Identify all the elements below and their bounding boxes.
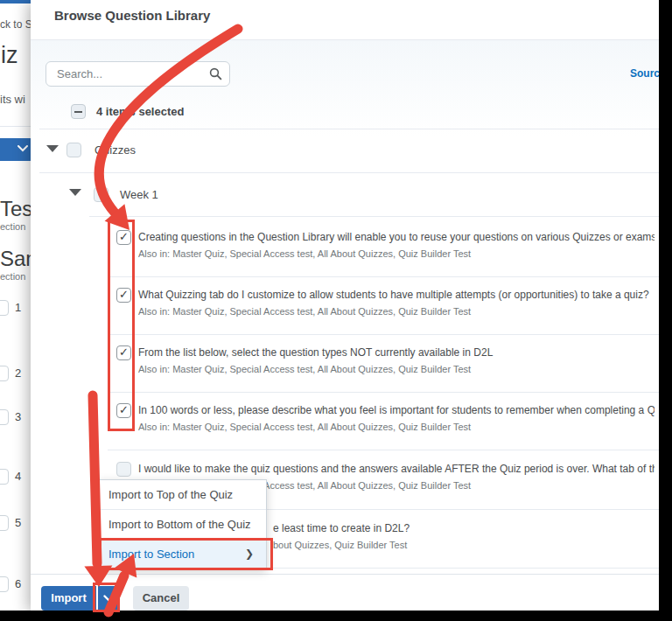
background-tab-highlight [0,0,33,3]
collapse-arrow-icon[interactable] [69,189,81,196]
question-text: Creating questions in the Question Libra… [138,231,654,243]
question-also-in-fragment: bout Quizzes, Quiz Builder Test [273,540,649,550]
question-text: In 100 words or less, please describe wh… [138,404,654,416]
divider [108,450,659,450]
question-number: 3 [15,410,21,423]
question-number: 2 [15,366,21,380]
cancel-button[interactable]: Cancel [133,586,189,611]
tree-group-label[interactable]: Week 1 [120,188,158,201]
question-number: 1 [15,301,21,314]
question-also-in: Also in: Master Quiz, Special Access tes… [138,364,654,374]
week1-checkbox[interactable] [94,187,108,202]
divider [108,334,659,335]
background-question-checkbox[interactable] [0,366,9,381]
search-box [46,61,230,87]
question-checkbox[interactable] [116,462,131,477]
search-icon[interactable] [209,67,222,84]
page-heading-fragment: iz [1,42,18,69]
collapse-arrow-icon[interactable] [46,145,59,152]
menu-item-import-top[interactable]: Import to Top of the Quiz [100,480,266,510]
dialog-title: Browse Question Library [54,8,210,23]
question-text-fragment: e least time to create in D2L? [273,522,649,534]
divider [39,172,659,173]
section-subheading-fragment: ection [0,221,25,232]
background-question-checkbox[interactable] [0,300,9,316]
back-link-fragment[interactable]: ck to S [0,18,32,31]
tree-root-label[interactable]: Quizzes [94,143,136,157]
search-input[interactable] [55,63,199,85]
screenshot-root: { "colors": { "annotation_red": "#e8463a… [0,0,672,621]
question-also-in: Also in: Master Quiz, Special Access tes… [138,306,654,317]
page-subtitle-fragment: its wi [0,93,25,106]
crop-strip-right [659,0,672,621]
import-button[interactable]: Import [41,586,96,611]
section-subheading-fragment: ection [0,271,25,282]
question-text: What Quizzing tab do I customize to allo… [138,289,654,301]
annotation-rect-checkbox-column [108,220,135,431]
question-number: 4 [15,470,21,483]
background-question-checkbox[interactable] [0,515,9,531]
selection-summary: 4 items selected [96,105,184,118]
divider [39,129,659,129]
background-question-checkbox[interactable] [0,576,9,592]
background-dropdown-button[interactable] [0,138,33,161]
divider [0,126,31,127]
dialog-footer [31,574,659,611]
question-number: 6 [15,577,21,590]
chevron-down-icon [18,145,28,152]
background-question-checkbox[interactable] [0,469,9,485]
question-also-in: Also in: Master Quiz, Special Access tes… [138,248,654,259]
annotation-rect-dropdown-button [93,583,120,612]
question-number: 5 [15,516,21,529]
divider [108,276,659,277]
question-text: I would like to make the quiz questions … [138,463,654,475]
question-text: From the list below, select the question… [138,346,654,359]
divider [108,392,659,393]
divider [89,216,659,217]
quizzes-checkbox[interactable] [66,143,81,157]
menu-item-import-bottom[interactable]: Import to Bottom of the Quiz [100,510,266,540]
question-also-in: Also in: Master Quiz, Special Access tes… [138,422,654,432]
background-question-checkbox[interactable] [0,409,9,425]
annotation-rect-import-to-section [99,538,273,570]
select-all-checkbox[interactable] [71,104,86,119]
dialog-body-tint [31,40,659,136]
